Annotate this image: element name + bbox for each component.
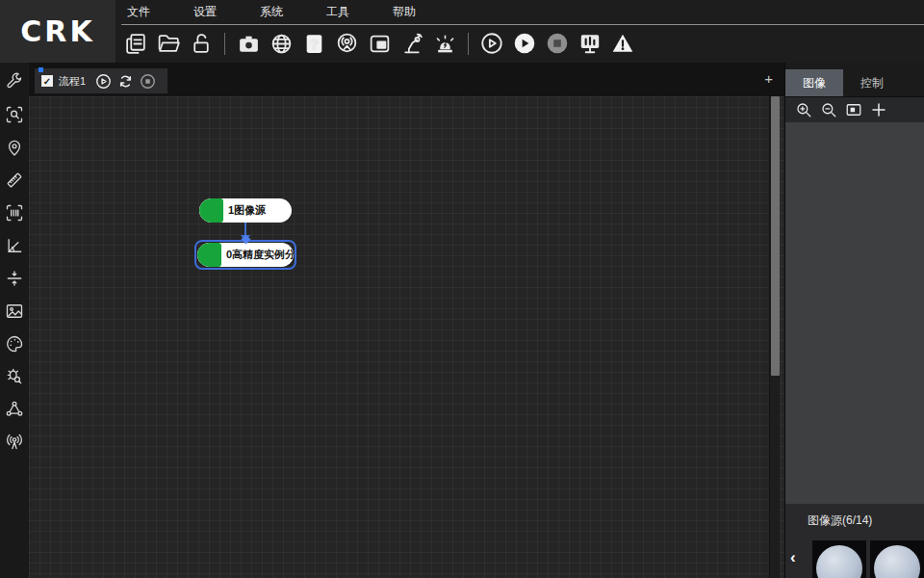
toolbar: ? AI <box>123 27 635 60</box>
app-logo: CRK <box>0 0 116 63</box>
ai-model-icon[interactable]: AI <box>367 31 392 56</box>
code-read-frame-icon[interactable] <box>5 203 24 223</box>
defect-search-icon[interactable] <box>5 367 24 386</box>
measure-ruler-icon[interactable] <box>5 171 24 190</box>
menu-separator <box>121 24 924 25</box>
locate-pin-icon[interactable] <box>5 138 24 157</box>
tool-sidebar <box>0 63 29 578</box>
color-palette-icon[interactable] <box>5 334 24 354</box>
scrollbar-thumb[interactable] <box>771 96 780 376</box>
camera-icon[interactable] <box>236 31 261 56</box>
node-instance-segmentation[interactable]: 0高精度实例分割 <box>197 243 294 267</box>
angle-measure-icon[interactable] <box>5 236 24 255</box>
node-label: 1图像源 <box>228 203 266 218</box>
thumbnail-prev-arrow[interactable]: ‹ <box>790 548 796 567</box>
node-label: 0高精度实例分割 <box>226 248 294 262</box>
run-flow-icon[interactable] <box>95 73 112 90</box>
menu-file[interactable]: 文件 <box>121 4 156 20</box>
loop-flow-icon[interactable] <box>117 73 134 90</box>
menu-help[interactable]: 帮助 <box>387 4 422 20</box>
stop-disabled-icon[interactable] <box>545 31 570 56</box>
add-flow-button[interactable]: + <box>764 71 773 86</box>
help-box-icon[interactable]: ? <box>301 31 326 56</box>
monitor-chart-icon[interactable] <box>578 31 603 56</box>
node-selection-frame[interactable]: 0高精度实例分割 <box>194 240 296 270</box>
beacon-positioning-icon[interactable] <box>334 31 359 56</box>
align-compress-icon[interactable] <box>5 269 24 288</box>
add-view-icon[interactable] <box>870 101 887 118</box>
node-status-cap <box>197 243 221 267</box>
image-display-area[interactable] <box>785 122 924 504</box>
image-process-icon[interactable] <box>5 302 24 321</box>
flow-tab[interactable]: ✓ 流程1 <box>35 68 167 93</box>
node-status-cap <box>199 198 223 223</box>
warning-icon[interactable] <box>610 31 635 56</box>
link-nodes-icon[interactable] <box>5 400 24 419</box>
viewer-toolbar <box>785 96 924 122</box>
menu-settings[interactable]: 设置 <box>188 4 222 20</box>
communication-antenna-icon[interactable] <box>5 433 24 452</box>
zoom-in-icon[interactable] <box>795 101 812 118</box>
globe-icon[interactable] <box>269 31 294 56</box>
alarm-light-icon[interactable] <box>432 31 457 56</box>
right-panel: 图像 控制 图像源(6/14) ‹ <box>784 63 924 578</box>
node-image-source[interactable]: 1图像源 <box>199 198 292 223</box>
flow-canvas[interactable]: 1图像源 0高精度实例分割 <box>29 96 784 578</box>
run-once-outline-icon[interactable] <box>479 31 504 56</box>
flow-tab-indicator <box>38 67 43 72</box>
copy-document-icon[interactable] <box>123 31 148 56</box>
flow-tab-strip: ✓ 流程1 + <box>29 63 784 96</box>
thumbnail-sphere-2[interactable] <box>870 540 924 578</box>
sphere-image <box>816 545 862 578</box>
tab-control[interactable]: 控制 <box>843 69 901 96</box>
tab-image[interactable]: 图像 <box>785 69 843 96</box>
open-folder-icon[interactable] <box>156 31 181 56</box>
region-search-icon[interactable] <box>5 105 24 124</box>
fit-view-icon[interactable] <box>845 101 862 118</box>
thumbnail-sphere-1[interactable] <box>812 540 866 578</box>
svg-text:?: ? <box>310 36 319 51</box>
sphere-image <box>874 545 920 578</box>
tools-wrench-icon[interactable] <box>5 72 24 92</box>
header: CRK 文件 设置 系统 工具 帮助 ? AI <box>0 0 924 63</box>
svg-text:AI: AI <box>377 40 384 47</box>
toolbar-divider <box>224 33 225 55</box>
canvas-vertical-scrollbar[interactable] <box>769 96 780 578</box>
menu-system[interactable]: 系统 <box>254 4 289 20</box>
robot-arm-icon[interactable] <box>399 31 424 56</box>
menu-tools[interactable]: 工具 <box>321 4 355 20</box>
zoom-out-icon[interactable] <box>820 101 837 118</box>
image-source-count-label: 图像源(6/14) <box>808 512 872 529</box>
flow-checkbox[interactable]: ✓ <box>41 75 53 87</box>
stop-flow-icon[interactable] <box>140 73 156 90</box>
unlock-icon[interactable] <box>189 31 214 56</box>
image-source-section: 图像源(6/14) ‹ <box>785 504 924 578</box>
run-filled-icon[interactable] <box>512 31 537 56</box>
toolbar-divider <box>468 33 469 55</box>
menu-bar: 文件 设置 系统 工具 帮助 <box>121 0 422 24</box>
flow-tab-label: 流程1 <box>59 74 86 89</box>
